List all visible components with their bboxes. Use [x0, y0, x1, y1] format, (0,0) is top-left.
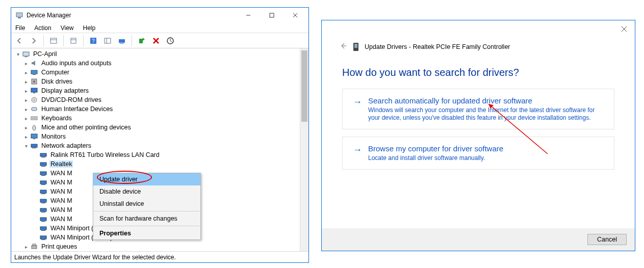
option-desc: Windows will search your computer and th… — [368, 106, 606, 122]
tree-item-label: Mice and other pointing devices — [40, 124, 132, 131]
svg-rect-35 — [32, 148, 36, 148]
net-icon — [39, 215, 47, 223]
svg-point-27 — [34, 99, 35, 100]
menu-view[interactable]: View — [60, 24, 75, 32]
scan-hardware-button[interactable] — [164, 35, 176, 47]
tree-root[interactable]: ▾PC-April — [14, 49, 308, 59]
tree-item-label: Disk drives — [40, 78, 73, 85]
chevron-right-icon[interactable]: ▸ — [22, 96, 30, 103]
svg-rect-45 — [41, 194, 45, 194]
net-icon — [39, 224, 47, 232]
chevron-right-icon[interactable]: ▸ — [22, 124, 30, 131]
forward-button[interactable] — [28, 35, 40, 47]
tree-category-mouse[interactable]: ▸Mice and other pointing devices — [14, 123, 308, 132]
chevron-right-icon[interactable]: ▸ — [22, 243, 30, 250]
tree-category-computer[interactable]: ▸Computer — [14, 68, 308, 77]
action-center-button[interactable] — [101, 35, 114, 47]
svg-rect-12 — [105, 38, 111, 43]
svg-rect-6 — [50, 38, 57, 43]
window-title: Device Manager — [27, 12, 241, 19]
device-manager-window: Device Manager File Action View Help ? — [11, 7, 309, 263]
titlebar[interactable]: Device Manager — [11, 8, 308, 23]
tree-category-display[interactable]: ▸Display adapters — [14, 86, 308, 95]
chevron-right-icon[interactable]: ▸ — [22, 69, 30, 76]
enable-device-button[interactable] — [136, 35, 148, 47]
menubar: File Action View Help — [11, 23, 308, 33]
svg-rect-33 — [33, 139, 35, 139]
tree-item-label: WAN M — [49, 188, 73, 195]
context-disable-device[interactable]: Disable device — [93, 185, 200, 198]
svg-rect-15 — [120, 43, 124, 44]
svg-rect-18 — [23, 52, 29, 56]
wizard-close-button[interactable] — [616, 23, 632, 35]
svg-rect-21 — [33, 74, 36, 75]
disk-icon — [30, 77, 38, 86]
context-properties[interactable]: Properties — [93, 227, 200, 239]
svg-point-23 — [33, 81, 35, 83]
minimize-button[interactable] — [241, 10, 255, 20]
cancel-button[interactable]: Cancel — [587, 234, 627, 245]
svg-rect-46 — [40, 199, 46, 202]
chevron-right-icon[interactable]: ▸ — [22, 115, 30, 122]
tree-item-label: Display adapters — [40, 87, 90, 94]
menu-help[interactable]: Help — [82, 24, 97, 32]
vertical-scrollbar[interactable] — [300, 48, 308, 251]
net-icon — [30, 142, 38, 150]
chevron-right-icon[interactable]: ▸ — [22, 133, 30, 140]
device-icon — [352, 42, 359, 51]
tree-item-label: Monitors — [40, 133, 67, 140]
context-uninstall[interactable]: Uninstall device — [93, 198, 200, 210]
chevron-down-icon[interactable]: ▾ — [22, 142, 30, 149]
tree-item-label: Keyboards — [40, 115, 73, 122]
tree-category-monitor[interactable]: ▸Monitors — [14, 132, 308, 141]
svg-rect-57 — [33, 244, 36, 246]
tree-category-keyboard[interactable]: ▸Keyboards — [14, 114, 308, 123]
tree-item-label: WAN M — [49, 197, 73, 204]
net-icon — [39, 151, 47, 159]
svg-rect-50 — [40, 218, 46, 221]
menu-action[interactable]: Action — [33, 24, 52, 32]
menu-file[interactable]: File — [14, 24, 26, 32]
update-driver-toolbar-button[interactable] — [116, 35, 128, 47]
computer-icon — [30, 68, 38, 76]
option-title: Search automatically for updated driver … — [368, 96, 606, 105]
context-update-driver[interactable]: Update driver — [93, 173, 200, 185]
context-scan-hardware[interactable]: Scan for hardware changes — [93, 212, 200, 225]
show-hide-tree-button[interactable] — [47, 35, 60, 47]
back-button[interactable] — [13, 35, 25, 47]
tree-category-hid[interactable]: ▸Human Interface Devices — [14, 104, 308, 114]
svg-rect-37 — [41, 157, 45, 157]
svg-point-31 — [33, 125, 36, 130]
chevron-right-icon[interactable]: ▸ — [22, 105, 30, 113]
statusbar-text: Launches the Update Driver Wizard for th… — [14, 254, 176, 261]
chevron-down-icon[interactable]: ▾ — [14, 50, 21, 58]
tree-category-printer[interactable]: ▸Print queues — [14, 242, 308, 251]
svg-rect-14 — [119, 39, 125, 43]
option-search-automatically[interactable]: → Search automatically for updated drive… — [342, 89, 614, 129]
properties-toolbar-button[interactable] — [67, 35, 80, 47]
help-toolbar-button[interactable]: ? — [87, 35, 99, 47]
close-button[interactable] — [288, 10, 302, 20]
display-icon — [30, 87, 38, 95]
tree-device[interactable]: Ralink RT61 Turbo Wireless LAN Card — [14, 150, 308, 159]
svg-rect-34 — [31, 144, 37, 147]
chevron-right-icon[interactable]: ▸ — [22, 78, 30, 85]
tree-category-net[interactable]: ▾Network adapters — [14, 141, 308, 150]
uninstall-toolbar-button[interactable] — [150, 35, 162, 47]
tree-item-label: Ralink RT61 Turbo Wireless LAN Card — [49, 151, 161, 158]
tree-category-audio[interactable]: ▸Audio inputs and outputs — [14, 59, 308, 68]
tree-category-disk[interactable]: ▸Disk drives — [14, 77, 308, 86]
option-browse-computer[interactable]: → Browse my computer for driver software… — [342, 137, 614, 170]
wizard-back-button[interactable] — [339, 42, 347, 51]
svg-rect-41 — [41, 175, 45, 176]
svg-rect-38 — [40, 163, 46, 166]
tree-category-cdrom[interactable]: ▸DVD/CD-ROM drives — [14, 95, 308, 104]
context-menu: Update driver Disable device Uninstall d… — [93, 173, 201, 240]
tree-device[interactable]: Realtek — [14, 159, 308, 169]
maximize-button[interactable] — [265, 10, 279, 20]
svg-rect-49 — [41, 212, 45, 212]
chevron-right-icon[interactable]: ▸ — [22, 60, 30, 67]
svg-rect-19 — [24, 57, 28, 57]
svg-rect-51 — [41, 221, 45, 222]
chevron-right-icon[interactable]: ▸ — [22, 87, 30, 94]
